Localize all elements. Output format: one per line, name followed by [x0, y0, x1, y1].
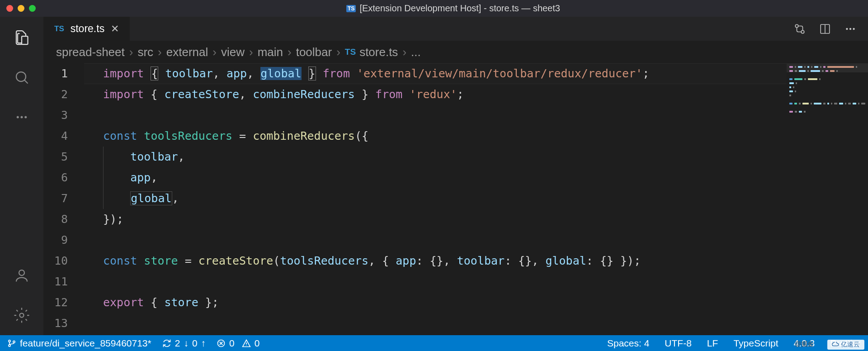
svg-point-12 [853, 28, 854, 29]
activity-bar [0, 17, 43, 335]
breadcrumb-segment[interactable]: external [166, 45, 208, 59]
code-content[interactable]: import { toolbar, app, global } from 'ex… [84, 63, 787, 335]
split-editor-icon[interactable] [819, 23, 831, 35]
chevron-right-icon: › [402, 45, 406, 59]
line-number: 9 [43, 230, 68, 251]
svg-rect-0 [22, 36, 28, 44]
formatter-item[interactable]: Prettier [830, 338, 861, 349]
chevron-right-icon: › [212, 45, 217, 59]
code-line[interactable]: const store = createStore(toolsReducers,… [84, 251, 787, 271]
line-number: 6 [43, 167, 68, 188]
breadcrumb-tail[interactable]: ... [411, 45, 421, 59]
sync-up: 0 [192, 338, 198, 349]
line-number: 5 [43, 147, 68, 167]
breadcrumb-segment[interactable]: spread-sheet [56, 45, 125, 59]
error-count: 0 [229, 338, 235, 349]
settings-gear-icon[interactable] [11, 304, 33, 326]
editor-group: TS store.ts ✕ spread-sheet›src›external›… [43, 17, 868, 335]
tab-label: store.ts [71, 23, 104, 35]
svg-point-6 [20, 313, 24, 318]
window-title: TS [Extension Development Host] - store.… [45, 3, 862, 14]
svg-point-3 [21, 116, 23, 119]
explorer-icon[interactable] [11, 27, 33, 48]
svg-point-14 [9, 344, 10, 346]
ts-version-item[interactable]: 4.0.3 [794, 338, 815, 349]
line-number: 3 [43, 105, 68, 126]
branch-name: feature/di_service_859460713* [20, 338, 151, 349]
code-line[interactable]: }); [84, 209, 787, 230]
svg-point-13 [9, 340, 10, 342]
chevron-right-icon: › [249, 45, 253, 59]
minimize-window-icon[interactable] [18, 5, 24, 12]
git-branch-item[interactable]: feature/di_service_859460713* [7, 338, 151, 349]
code-line[interactable]: export { store }; [84, 292, 787, 313]
search-icon[interactable] [11, 66, 33, 88]
more-actions-icon[interactable] [844, 23, 856, 35]
code-line[interactable] [84, 271, 787, 292]
code-line[interactable] [84, 313, 787, 334]
line-number: 8 [43, 209, 68, 230]
svg-point-2 [17, 116, 19, 119]
svg-point-7 [795, 24, 798, 28]
line-number: 1 [43, 63, 68, 84]
close-window-icon[interactable] [6, 5, 13, 12]
code-line[interactable]: import { toolbar, app, global } from 'ex… [84, 63, 787, 84]
breadcrumb-segment[interactable]: toolbar [296, 45, 332, 59]
breadcrumb-segment[interactable]: src [137, 45, 153, 59]
typescript-file-icon: TS [54, 24, 64, 33]
close-tab-icon[interactable]: ✕ [111, 23, 119, 35]
breadcrumb-file[interactable]: TSstore.ts [345, 45, 398, 59]
titlebar: TS [Extension Development Host] - store.… [0, 0, 868, 17]
encoding-item[interactable]: UTF-8 [665, 338, 692, 349]
line-number: 2 [43, 84, 68, 105]
sync-item[interactable]: 2↓ 0↑ [162, 338, 206, 349]
tab-store-ts[interactable]: TS store.ts ✕ [43, 17, 130, 41]
status-bar: feature/di_service_859460713* 2↓ 0↑ 0 0 … [0, 335, 868, 351]
line-number-gutter: 12345678910111213 [43, 63, 84, 335]
svg-point-11 [849, 28, 851, 29]
breadcrumb-segment[interactable]: view [221, 45, 245, 59]
chevron-right-icon: › [288, 45, 292, 59]
breadcrumb-segment[interactable]: main [258, 45, 283, 59]
line-number: 4 [43, 126, 68, 147]
chevron-right-icon: › [158, 45, 162, 59]
line-number: 7 [43, 188, 68, 209]
svg-point-15 [13, 341, 15, 342]
chevron-right-icon: › [129, 45, 133, 59]
window-title-text: [Extension Development Host] - store.ts … [359, 3, 560, 14]
chevron-right-icon: › [336, 45, 340, 59]
code-line[interactable] [84, 230, 787, 251]
warning-count: 0 [255, 338, 260, 349]
code-line[interactable]: const toolsReducers = combineReducers({ [84, 126, 787, 147]
minimap[interactable] [787, 63, 868, 335]
svg-point-4 [24, 116, 27, 119]
line-number: 13 [43, 313, 68, 334]
text-editor[interactable]: 12345678910111213 import { toolbar, app,… [43, 63, 868, 335]
line-number: 11 [43, 271, 68, 292]
file-type-badge: TS [346, 5, 356, 12]
typescript-file-icon: TS [345, 47, 356, 57]
breadcrumb[interactable]: spread-sheet›src›external›view›main›tool… [43, 41, 868, 63]
code-line[interactable]: global, [84, 188, 787, 209]
indentation-item[interactable]: Spaces: 4 [607, 338, 649, 349]
language-mode-item[interactable]: TypeScript [733, 338, 778, 349]
code-line[interactable] [84, 105, 787, 126]
line-number: 12 [43, 292, 68, 313]
more-icon[interactable] [11, 106, 33, 128]
code-line[interactable]: import { createStore, combineReducers } … [84, 84, 787, 105]
account-icon[interactable] [11, 265, 33, 286]
eol-item[interactable]: LF [707, 338, 718, 349]
code-line[interactable]: app, [84, 167, 787, 188]
tab-bar: TS store.ts ✕ [43, 17, 868, 41]
svg-point-1 [16, 72, 26, 81]
arrow-down-icon: ↓ [184, 338, 189, 349]
svg-point-10 [846, 28, 848, 29]
code-line[interactable]: toolbar, [84, 147, 787, 167]
svg-point-8 [801, 30, 804, 33]
errors-warnings-item[interactable]: 0 0 [217, 338, 259, 349]
arrow-up-icon: ↑ [201, 338, 206, 349]
line-number: 10 [43, 251, 68, 271]
tab-actions [794, 23, 868, 35]
compare-changes-icon[interactable] [794, 23, 806, 35]
maximize-window-icon[interactable] [29, 5, 36, 12]
